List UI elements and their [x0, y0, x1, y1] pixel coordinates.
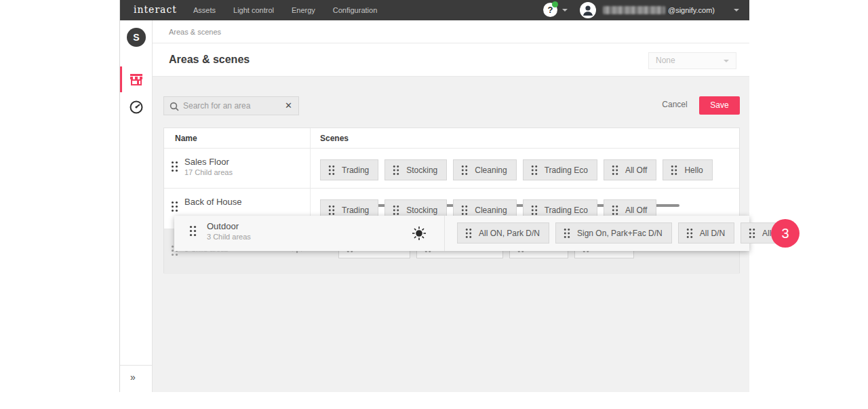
clear-search-icon[interactable]: ✕	[285, 100, 292, 111]
menu-item[interactable]: Light control	[233, 6, 274, 14]
sidebar-divider	[120, 365, 152, 366]
drag-handle-icon[interactable]	[461, 205, 468, 216]
page-header: Areas & scenes None	[153, 43, 749, 77]
save-button[interactable]: Save	[699, 96, 740, 115]
column-divider	[444, 216, 445, 251]
scene-chip-label: All ON, Park D/N	[479, 229, 540, 238]
left-sidebar: S »	[120, 20, 153, 392]
gauge-icon	[129, 100, 144, 115]
scene-chip[interactable]: Trading	[320, 159, 378, 180]
drag-handle-icon[interactable]	[465, 228, 472, 239]
filter-dropdown[interactable]: None	[648, 52, 736, 69]
workspace-avatar[interactable]: S	[127, 28, 146, 47]
scene-chip-label: All Off	[625, 206, 647, 215]
area-name: Outdoor	[207, 221, 239, 231]
search-input[interactable]	[183, 98, 278, 114]
menu-item[interactable]: Configuration	[333, 6, 377, 14]
app-window: interact AssetsLight controlEnergyConfig…	[119, 0, 749, 392]
table-header: Name Scenes	[164, 128, 739, 149]
drag-handle-icon[interactable]	[171, 201, 178, 212]
user-avatar[interactable]	[580, 2, 596, 18]
drag-handle-icon[interactable]	[531, 205, 538, 216]
scene-chip-label: Trading	[342, 206, 369, 215]
drag-handle-icon[interactable]	[686, 228, 693, 239]
sidebar-item-dashboard[interactable]	[129, 100, 144, 115]
scene-chip[interactable]: Cleaning	[453, 159, 516, 180]
breadcrumb-bar: Areas & scenes	[153, 20, 749, 43]
drag-handle-icon[interactable]	[461, 165, 468, 176]
cancel-button[interactable]: Cancel	[657, 100, 692, 109]
scene-chip-label: Hello	[684, 165, 703, 175]
scene-chip-label: Cleaning	[475, 206, 507, 215]
area-subtitle: 3 Child areas	[207, 233, 251, 241]
scene-chip[interactable]: Sign On, Park+Fac D/N	[555, 222, 672, 244]
drag-handle-icon[interactable]	[328, 205, 335, 216]
drag-handle-icon[interactable]	[393, 205, 399, 216]
drag-handle-icon[interactable]	[612, 205, 618, 216]
notification-dot	[552, 1, 558, 7]
user-email-suffix[interactable]: @signify.com)	[668, 6, 715, 14]
drag-handle-icon[interactable]	[189, 225, 197, 237]
store-icon	[129, 72, 144, 87]
filter-dropdown-value: None	[656, 56, 675, 65]
main-content: Areas & scenes Areas & scenes None ✕ Can…	[153, 20, 749, 392]
column-header-scenes: Scenes	[320, 134, 349, 143]
scene-chip-label: Sign On, Park+Fac D/N	[577, 229, 663, 238]
drag-handle-icon[interactable]	[749, 228, 755, 239]
scene-chip-label: Stocking	[406, 206, 437, 215]
area-subtitle: 17 Child areas	[184, 168, 233, 176]
scene-chip[interactable]: Hello	[663, 159, 712, 180]
main-menu: AssetsLight controlEnergyConfiguration	[193, 0, 395, 20]
drag-handle-icon[interactable]	[564, 228, 570, 239]
help-caret-icon[interactable]	[562, 9, 568, 12]
scene-chip[interactable]: Stocking	[384, 159, 447, 180]
areas-table: Name Scenes Sales Floor 17 Child areas T…	[163, 128, 740, 273]
drag-handle-icon[interactable]	[171, 161, 178, 172]
area-name: Sales Floor	[184, 157, 229, 167]
drag-count-badge: 3	[771, 219, 800, 248]
drag-handle-icon[interactable]	[612, 165, 618, 176]
table-row[interactable]: Sales Floor 17 Child areas Trading Stock…	[164, 149, 739, 189]
drag-handle-icon[interactable]	[531, 165, 538, 176]
scene-chip-label: Cleaning	[475, 165, 507, 175]
top-navbar: interact AssetsLight controlEnergyConfig…	[120, 0, 749, 20]
drag-preview-row[interactable]: Outdoor 3 Child areas All ON, Park D/N S…	[174, 216, 749, 251]
person-icon	[580, 2, 596, 18]
scene-chip-label: Trading Eco	[545, 165, 588, 175]
drag-handle-icon[interactable]	[393, 165, 399, 176]
interact-logo[interactable]: interact	[134, 4, 177, 15]
scene-chip-label: All Off	[625, 165, 647, 175]
scene-chip[interactable]: All ON, Park D/N	[457, 222, 549, 244]
drag-handle-icon[interactable]	[671, 165, 677, 176]
scene-chip-label: Trading	[342, 165, 369, 175]
menu-item[interactable]: Energy	[292, 6, 315, 14]
scene-chip-list: Trading Stocking Cleaning	[320, 159, 719, 180]
scene-chip[interactable]: All Off	[604, 159, 656, 180]
scene-chip-label: Stocking	[406, 165, 437, 175]
sidebar-expand-button[interactable]: »	[130, 372, 136, 383]
menu-item[interactable]: Assets	[193, 6, 216, 14]
column-header-name: Name	[175, 134, 197, 143]
scene-chip[interactable]: Trading Eco	[523, 159, 597, 180]
active-item-indicator	[120, 66, 122, 92]
breadcrumb[interactable]: Areas & scenes	[169, 28, 221, 36]
sidebar-item-areas[interactable]	[129, 72, 144, 87]
chevron-down-icon	[724, 60, 729, 62]
search-icon	[170, 102, 179, 111]
page-title: Areas & scenes	[169, 54, 250, 66]
sun-icon	[412, 226, 427, 241]
scene-chip[interactable]: All D/N	[678, 222, 734, 244]
scene-chip-label: Trading Eco	[545, 206, 588, 215]
area-search-box: ✕	[163, 96, 299, 115]
scene-chip-list: All ON, Park D/N Sign On, Park+Fac D/N A…	[457, 222, 800, 244]
user-email-redacted	[603, 6, 665, 14]
user-menu-caret-icon[interactable]	[734, 9, 739, 12]
scene-chip-label: All D/N	[700, 229, 725, 238]
drag-handle-icon[interactable]	[328, 165, 335, 176]
area-name: Back of House	[184, 197, 242, 207]
